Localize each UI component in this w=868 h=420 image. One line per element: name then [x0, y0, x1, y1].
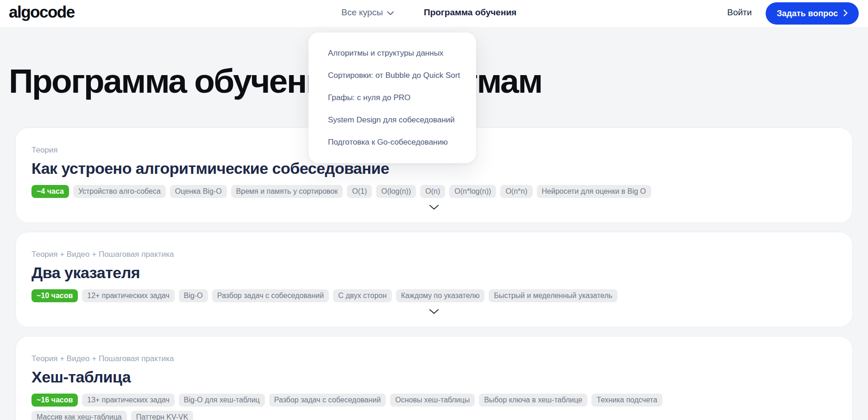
topic-tag: 12+ практических задач — [82, 289, 175, 302]
course-card: Теория + Видео + Пошаговая практика Хеш-… — [15, 336, 853, 420]
expand-row — [31, 302, 837, 320]
chevron-right-icon — [843, 9, 848, 19]
duration-badge: ~16 часов — [31, 394, 78, 407]
topic-tag: С двух сторон — [333, 289, 392, 302]
course-tag-row: ~16 часов13+ практических задачBig-O для… — [31, 394, 717, 420]
login-link[interactable]: Войти — [727, 7, 752, 18]
topic-tag: O(1) — [347, 185, 372, 198]
topic-tag: Массив как хеш-таблица — [31, 411, 127, 420]
topic-tag: O(n) — [420, 185, 445, 198]
course-title: Хеш-таблица — [31, 368, 837, 386]
duration-badge: ~4 часа — [31, 185, 69, 198]
course-card: Теория + Видео + Пошаговая практика Два … — [15, 232, 853, 327]
nav-program[interactable]: Программа обучения — [424, 7, 516, 18]
dropdown-item-sorting[interactable]: Сортировки: от Bubble до Quick Sort — [308, 64, 476, 87]
course-tag-row: ~4 часаУстройство алго-собесаОценка Big-… — [31, 185, 717, 198]
topic-tag: Устройство алго-собеса — [73, 185, 166, 198]
chevron-down-icon — [387, 7, 394, 18]
chevron-down-icon — [429, 204, 439, 211]
expand-card-button[interactable] — [424, 307, 444, 318]
topic-tag: O(n*n) — [500, 185, 532, 198]
topic-tag: 13+ практических задач — [82, 394, 175, 407]
logo[interactable]: algocode — [9, 3, 75, 21]
topic-tag: Каждому по указателю — [396, 289, 485, 302]
duration-badge: ~10 часов — [31, 289, 78, 302]
chevron-down-icon — [429, 309, 439, 316]
topic-tag: Техника подсчета — [591, 394, 662, 407]
topic-tag: Разбор задач с собеседований — [212, 289, 329, 302]
topic-tag: Время и память у сортировок — [231, 185, 343, 198]
topic-tag: Выбор ключа в хеш-таблице — [479, 394, 587, 407]
ask-question-button[interactable]: Задать вопрос — [766, 2, 859, 25]
expand-row — [31, 198, 837, 216]
topic-tag: Паттерн KV-VK — [131, 411, 194, 420]
ask-question-label: Задать вопрос — [777, 9, 838, 19]
top-nav: algocode Все курсы Программа обучения Во… — [0, 0, 868, 27]
topic-tag: Оценка Big-O — [170, 185, 227, 198]
topic-tag: Нейросети для оценки в Big O — [537, 185, 651, 198]
expand-card-button[interactable] — [424, 203, 444, 213]
dropdown-item-graphs[interactable]: Графы: с нуля до PRO — [308, 87, 476, 109]
nav-all-courses-label: Все курсы — [341, 7, 383, 18]
topic-tag: Основы хеш-таблицы — [390, 394, 475, 407]
topic-tag: Быстрый и меделенный указатель — [489, 289, 617, 302]
dropdown-item-algorithms[interactable]: Алгоритмы и структуры данных — [308, 42, 476, 64]
course-format-label: Теория + Видео + Пошаговая практика — [31, 354, 837, 363]
dropdown-item-go-interview[interactable]: Подготовка к Go-собеседованию — [308, 131, 476, 153]
course-format-label: Теория + Видео + Пошаговая практика — [31, 250, 837, 259]
topic-tag: Разбор задач с собеседований — [269, 394, 386, 407]
dropdown-item-system-design[interactable]: System Design для собеседований — [308, 109, 476, 131]
topic-tag: Big-O для хеш-таблиц — [179, 394, 265, 407]
topic-tag: Big-O — [179, 289, 208, 302]
topic-tag: O(n*log(n)) — [449, 185, 496, 198]
topic-tag: O(log(n)) — [376, 185, 416, 198]
course-title: Два указателя — [31, 264, 837, 282]
course-tag-row: ~10 часов12+ практических задачBig-OРазб… — [31, 289, 717, 302]
nav-all-courses[interactable]: Все курсы — [341, 7, 394, 18]
course-card-list: Теория Как устроено алгоритмические собе… — [15, 127, 853, 420]
all-courses-dropdown: Алгоритмы и структуры данных Сортировки:… — [308, 32, 476, 163]
